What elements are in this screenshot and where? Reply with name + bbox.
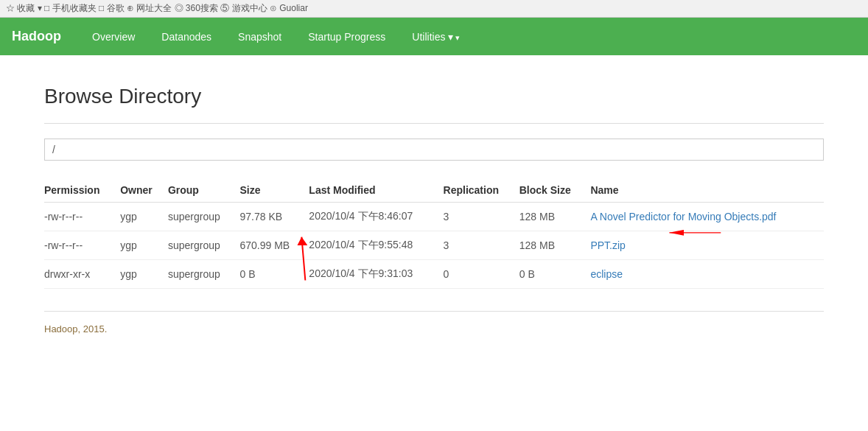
navbar: Hadoop Overview Datanodes Snapshot Start… xyxy=(0,18,868,55)
bookmarks-bar: ☆ 收藏 ▾ □ 手机收藏夹 □ 谷歌 ⊕ 网址大全 ◎ 360搜索 ⑤ 游戏中… xyxy=(6,2,308,15)
cell-replication: 3 xyxy=(444,203,519,231)
nav-item-startup-progress[interactable]: Startup Progress xyxy=(295,21,399,53)
file-link-pdf[interactable]: A Novel Predictor for Moving Objects.pdf xyxy=(590,211,776,222)
cell-size: 97.78 KB xyxy=(240,203,309,231)
main-content: Browse Directory Permission Owner Group … xyxy=(0,55,868,349)
file-table: Permission Owner Group Size Last Modifie… xyxy=(44,178,824,289)
nav-item-snapshot[interactable]: Snapshot xyxy=(225,21,295,53)
cell-name[interactable]: eclipse xyxy=(590,260,824,289)
cell-name[interactable]: PPT.zip xyxy=(590,231,824,260)
cell-size: 670.99 MB xyxy=(240,231,309,260)
cell-last-modified: 2020/10/4 下午8:46:07 xyxy=(309,203,443,231)
nav-item-overview[interactable]: Overview xyxy=(79,21,148,53)
cell-size: 0 B xyxy=(240,260,309,289)
cell-permission: drwxr-xr-x xyxy=(44,260,120,289)
file-link-ppt[interactable]: PPT.zip xyxy=(590,239,625,251)
nav-item-datanodes[interactable]: Datanodes xyxy=(148,21,225,53)
cell-group: supergroup xyxy=(168,231,240,260)
table-row: -rw-r--r-- ygp supergroup 97.78 KB 2020/… xyxy=(44,203,824,231)
cell-block-size: 128 MB xyxy=(519,203,591,231)
footer-text: Hadoop, 2015. xyxy=(44,323,824,334)
nav-link-datanodes[interactable]: Datanodes xyxy=(148,21,225,53)
title-divider xyxy=(44,123,824,124)
cell-last-modified: 2020/10/4 下午9:55:48 xyxy=(309,231,443,260)
page-title: Browse Directory xyxy=(44,85,824,108)
browser-bar: ☆ 收藏 ▾ □ 手机收藏夹 □ 谷歌 ⊕ 网址大全 ◎ 360搜索 ⑤ 游戏中… xyxy=(0,0,868,18)
col-replication: Replication xyxy=(444,178,519,203)
table-body: -rw-r--r-- ygp supergroup 97.78 KB 2020/… xyxy=(44,203,824,289)
col-size: Size xyxy=(240,178,309,203)
navbar-brand[interactable]: Hadoop xyxy=(12,29,61,44)
table-row: -rw-r--r-- ygp supergroup 670.99 MB 2020… xyxy=(44,231,824,260)
nav-link-overview[interactable]: Overview xyxy=(79,21,148,53)
path-input[interactable] xyxy=(44,139,824,161)
nav-link-utilities[interactable]: Utilities ▾ xyxy=(399,21,473,53)
file-link-eclipse[interactable]: eclipse xyxy=(590,268,623,280)
col-permission: Permission xyxy=(44,178,120,203)
nav-item-utilities[interactable]: Utilities ▾ xyxy=(399,21,473,53)
table-header: Permission Owner Group Size Last Modifie… xyxy=(44,178,824,203)
col-group: Group xyxy=(168,178,240,203)
nav-link-startup-progress[interactable]: Startup Progress xyxy=(295,21,399,53)
cell-last-modified: 2020/10/4 下午9:31:03 xyxy=(309,260,443,289)
cell-owner: ygp xyxy=(120,203,168,231)
cell-owner: ygp xyxy=(120,231,168,260)
cell-group: supergroup xyxy=(168,260,240,289)
cell-owner: ygp xyxy=(120,260,168,289)
nav-link-snapshot[interactable]: Snapshot xyxy=(225,21,295,53)
cell-block-size: 128 MB xyxy=(519,231,591,260)
cell-replication: 3 xyxy=(444,231,519,260)
footer: Hadoop, 2015. xyxy=(44,311,824,334)
cell-name[interactable]: A Novel Predictor for Moving Objects.pdf xyxy=(590,203,824,231)
table-container: Permission Owner Group Size Last Modifie… xyxy=(44,178,824,289)
col-block-size: Block Size xyxy=(519,178,591,203)
cell-replication: 0 xyxy=(444,260,519,289)
table-row: drwxr-xr-x ygp supergroup 0 B 2020/10/4 … xyxy=(44,260,824,289)
cell-permission: -rw-r--r-- xyxy=(44,231,120,260)
col-last-modified: Last Modified xyxy=(309,178,443,203)
col-owner: Owner xyxy=(120,178,168,203)
navbar-nav: Overview Datanodes Snapshot Startup Prog… xyxy=(79,21,473,53)
col-name: Name xyxy=(590,178,824,203)
cell-permission: -rw-r--r-- xyxy=(44,203,120,231)
cell-group: supergroup xyxy=(168,203,240,231)
cell-block-size: 0 B xyxy=(519,260,591,289)
